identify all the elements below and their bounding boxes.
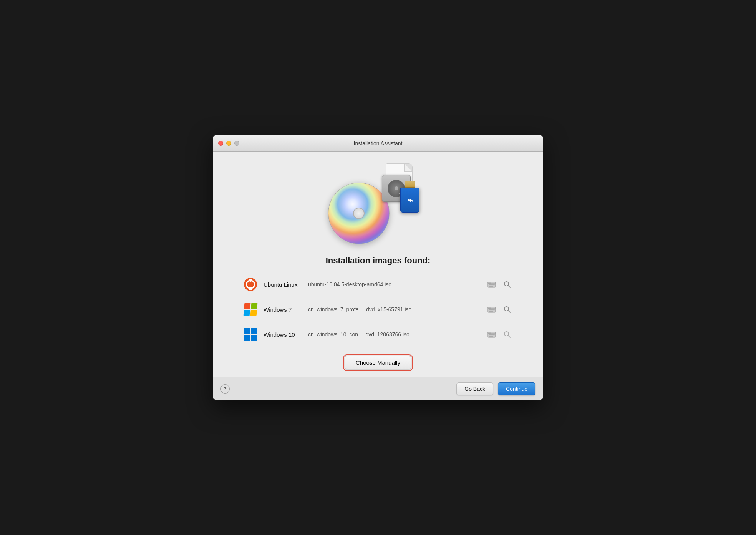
usb-connector [405,181,415,188]
svg-rect-7 [488,307,491,308]
choose-manually-button[interactable]: Choose Manually [345,356,411,369]
main-window: Installation Assistant [213,135,543,400]
window-title: Installation Assistant [354,140,403,146]
row-actions-ubuntu [486,279,512,290]
go-back-button[interactable]: Go Back [456,382,493,395]
bottom-actions: Go Back Continue [456,382,536,395]
os-name-win7: Windows 7 [264,306,302,313]
traffic-lights [218,141,239,146]
section-heading: Installation images found: [326,256,431,266]
bottom-bar: ? Go Back Continue [213,377,543,400]
help-button[interactable]: ? [220,384,230,394]
folder-icon-win7[interactable] [486,304,497,315]
win10-icon [244,328,257,341]
folder-icon-win10[interactable] [486,329,497,340]
ubuntu-icon [244,278,257,291]
win7-os-icon [244,302,257,316]
close-button[interactable] [218,141,223,146]
svg-line-5 [508,286,511,288]
iso-name-win7: cn_windows_7_profe..._dvd_x15-65791.iso [308,306,480,312]
os-name-win10: Windows 10 [264,331,302,338]
disc-center [353,208,365,219]
usb-symbol: ⌁ [407,196,413,205]
win10-os-icon [244,327,257,341]
table-row: Ubuntu Linux ubuntu-16.04.5-desktop-amd6… [236,272,520,297]
search-icon-win10[interactable] [502,329,512,340]
svg-rect-15 [489,336,493,337]
ubuntu-os-icon [244,277,257,291]
minimize-button[interactable] [226,141,231,146]
svg-rect-2 [489,284,495,285]
title-bar: Installation Assistant [213,135,543,152]
usb-body: ⌁ [400,188,419,213]
hdd-group: ⌁ [382,163,416,213]
hero-icon: ⌁ [328,163,428,248]
maximize-button [234,141,239,146]
image-list: Ubuntu Linux ubuntu-16.04.5-desktop-amd6… [236,272,520,347]
row-actions-win10 [486,329,512,340]
win7-icon [244,303,258,316]
continue-button[interactable]: Continue [498,382,536,395]
svg-rect-14 [489,334,495,335]
svg-rect-1 [488,282,491,283]
choose-manually-area: Choose Manually [236,347,520,377]
ubuntu-inner-ring [246,280,255,289]
search-icon-ubuntu[interactable] [502,279,512,290]
disc-icon [328,183,390,244]
svg-rect-13 [488,332,491,333]
svg-line-11 [508,311,511,313]
svg-rect-9 [489,311,493,312]
usb-drive-icon: ⌁ [399,181,420,213]
folder-icon-ubuntu[interactable] [486,279,497,290]
row-actions-win7 [486,304,512,315]
table-row: Windows 10 cn_windows_10_con..._dvd_1206… [236,322,520,347]
svg-line-17 [508,336,511,338]
iso-name-win10: cn_windows_10_con..._dvd_12063766.iso [308,331,480,337]
iso-name-ubuntu: ubuntu-16.04.5-desktop-amd64.iso [308,281,480,287]
os-name-ubuntu: Ubuntu Linux [264,281,302,288]
search-icon-win7[interactable] [502,304,512,315]
svg-rect-8 [489,309,495,310]
hdd-platter-center [395,186,398,190]
content-area: ⌁ Installation images found: Ubuntu Linu… [213,152,543,377]
table-row: Windows 7 cn_windows_7_profe..._dvd_x15-… [236,297,520,322]
svg-rect-3 [489,286,493,287]
